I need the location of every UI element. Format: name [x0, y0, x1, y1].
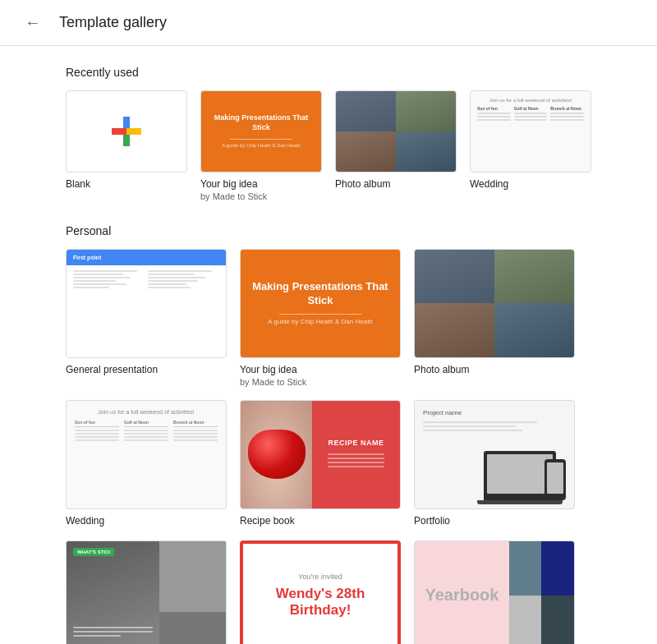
personal-grid: First point: [66, 249, 591, 644]
photo-lg-cell-3: [415, 303, 494, 357]
template-lookbook[interactable]: WHAT'S STICI Lookbook: [66, 540, 227, 644]
personal-section: Personal First point: [66, 224, 591, 644]
orange-lg-title: Making Presentations That Stick: [252, 280, 388, 308]
photo-album-lg-thumbnail: [414, 249, 575, 358]
personal-label: Personal: [66, 224, 591, 237]
recipe-name-text: RECIPE NAME: [328, 439, 384, 447]
lookbook-right-mid: [159, 612, 226, 644]
template-portfolio[interactable]: Project name Portf: [414, 400, 575, 528]
wedding-lg-grid: Sun of fun Golf at Noon: [75, 420, 218, 443]
recipe-left-panel: [241, 401, 312, 508]
recently-used-label: Recently used: [66, 66, 591, 79]
template-your-big-idea[interactable]: Making Presentations That Stick A guide …: [200, 90, 322, 201]
your-big-idea-thumbnail: Making Presentations That Stick A guide …: [200, 90, 322, 172]
photo-lg-cell-2: [494, 250, 574, 304]
general-col-1: [73, 270, 145, 352]
page-title: Template gallery: [59, 14, 167, 31]
recently-used-grid: Blank Making Presentations That Stick A …: [66, 90, 591, 201]
lookbook-thumbnail: WHAT'S STICI: [66, 540, 227, 644]
yearbook-cell-2: [541, 541, 574, 596]
yearbook-thumbnail: Yearbook: [414, 540, 575, 644]
wedding-lg-title: Join us for a full weekend of activities…: [75, 409, 218, 415]
general-col-2: [148, 270, 219, 352]
wedding-lg-thumbnail: Join us for a full weekend of activities…: [66, 400, 227, 509]
yearbook-left-panel: Yearbook: [415, 541, 509, 644]
yearbook-right-panel: [509, 541, 574, 644]
project-name-text: Project name: [423, 409, 566, 416]
phone-icon: [544, 459, 566, 500]
portfolio-label: Portfolio: [414, 514, 575, 528]
lookbook-badge: WHAT'S STICI: [73, 548, 114, 556]
berry-bowl-icon: [248, 430, 306, 479]
recently-used-section: Recently used Blank: [66, 66, 591, 201]
general-thumbnail: First point: [66, 249, 227, 358]
orange-title-text: Making Presentations That Stick: [209, 113, 313, 132]
google-plus-icon: [108, 113, 145, 150]
wedding-lg-col-1: Sun of fun: [75, 420, 119, 443]
your-big-idea-sublabel: by Made to Stick: [200, 191, 322, 201]
lookbook-right-top: [159, 541, 226, 611]
wedding-col-3: Brunch at Noon: [550, 106, 584, 122]
portfolio-thumbnail: Project name: [414, 400, 575, 509]
template-general-presentation[interactable]: First point: [66, 249, 227, 387]
template-photo-album-lg[interactable]: Photo album: [414, 249, 575, 387]
yearbook-cell-1: [509, 541, 542, 596]
your-big-idea-lg-sublabel: by Made to Stick: [240, 377, 401, 387]
main-content: Recently used Blank: [0, 46, 657, 644]
wedding-thumbnail: Join us for a full weekend of activities…: [470, 90, 591, 172]
orange-guide-text: A guide by Chip Heath & Dan Heath: [222, 143, 301, 150]
template-recipe-book[interactable]: RECIPE NAME Recipe book: [240, 400, 401, 528]
recipe-thumbnail: RECIPE NAME: [240, 400, 401, 509]
back-button[interactable]: ←: [16, 7, 49, 39]
your-big-idea-lg-label: Your big idea: [240, 363, 401, 377]
party-main-text: Wendy's 28th Birthday!: [253, 586, 388, 619]
header: ← Template gallery: [0, 0, 657, 46]
template-party-invite[interactable]: You're invited Wendy's 28th Birthday! Pa…: [240, 540, 401, 644]
photo-cell-3: [336, 131, 396, 172]
template-your-big-idea-lg[interactable]: Making Presentations That Stick A guide …: [240, 249, 401, 387]
berry-background: [241, 401, 312, 508]
photo-cell-1: [336, 91, 396, 131]
photo-album-label: Photo album: [335, 177, 457, 191]
laptop-screen: [487, 454, 553, 494]
your-big-idea-lg-thumbnail: Making Presentations That Stick A guide …: [240, 249, 401, 358]
lookbook-main-photo: WHAT'S STICI: [67, 541, 159, 644]
party-invited-text: You're invited: [298, 573, 342, 581]
wedding-lg-label: Wedding: [66, 514, 227, 528]
general-label: General presentation: [66, 363, 227, 377]
general-body: [67, 265, 226, 357]
portfolio-lines: [423, 421, 566, 434]
wedding-label: Wedding: [470, 177, 591, 191]
template-wedding-small[interactable]: Join us for a full weekend of activities…: [470, 90, 591, 201]
portfolio-devices: [423, 440, 566, 500]
photo-album-thumbnail: [335, 90, 457, 172]
photo-lg-cell-4: [494, 303, 574, 357]
phone-screen: [547, 462, 563, 494]
your-big-idea-label: Your big idea: [200, 177, 322, 191]
wedding-lines: Sun of fun Golf at Noon Brunch: [477, 106, 584, 122]
template-wedding-lg[interactable]: Join us for a full weekend of activities…: [66, 400, 227, 528]
wedding-lg-col-2: Golf at Noon: [124, 420, 168, 443]
back-arrow-icon: ←: [25, 13, 41, 32]
wedding-col-1: Sun of fun: [477, 106, 511, 122]
party-thumbnail: You're invited Wendy's 28th Birthday!: [240, 540, 401, 644]
yearbook-cell-4: [541, 596, 574, 644]
general-header: First point: [67, 250, 226, 265]
yearbook-cell-3: [509, 596, 542, 644]
blank-label: Blank: [66, 177, 187, 191]
wedding-lg-col-3: Brunch at Noon: [173, 420, 218, 443]
recipe-label: Recipe book: [240, 514, 401, 528]
yearbook-text: Yearbook: [425, 586, 498, 605]
template-yearbook[interactable]: Yearbook Yearbook: [414, 540, 575, 644]
orange-lg-guide: A guide by Chip Heath & Dan Heath: [268, 318, 373, 326]
wedding-title: Join us for a full weekend of activities…: [477, 98, 584, 103]
template-blank[interactable]: Blank: [66, 90, 187, 201]
photo-album-lg-label: Photo album: [414, 363, 575, 377]
photo-lg-cell-1: [415, 250, 494, 304]
svg-rect-4: [112, 128, 126, 135]
photo-cell-2: [396, 91, 456, 131]
lookbook-text-area: [73, 627, 153, 639]
lookbook-right-panel: [159, 541, 226, 644]
template-photo-album[interactable]: Photo album: [335, 90, 457, 201]
svg-rect-5: [126, 128, 141, 135]
